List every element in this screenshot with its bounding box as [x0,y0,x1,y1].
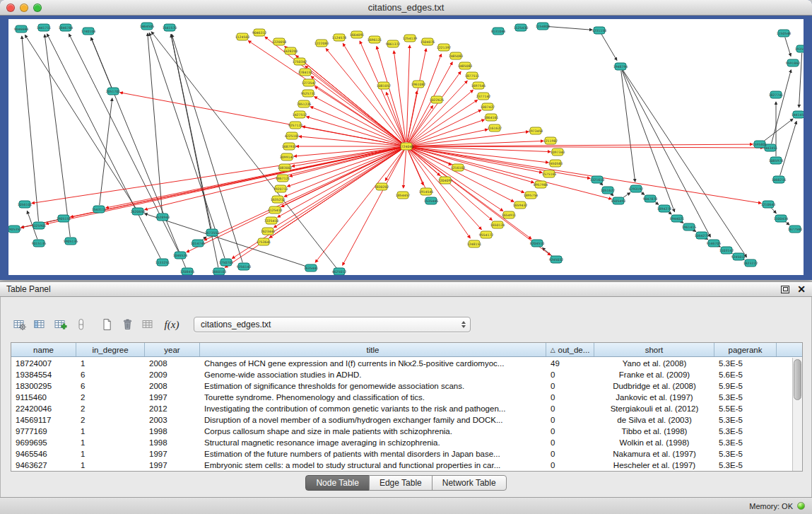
table-row[interactable]: 1830029562008Estimation of significance … [11,380,792,392]
table-row[interactable]: 1456911722003Disruption of a novel membe… [11,414,792,426]
float-panel-icon[interactable] [781,286,789,293]
network-node[interactable]: 1124578 [332,34,347,41]
column-header-short[interactable]: short [594,343,714,356]
window-titlebar[interactable]: citations_edges.txt [0,0,812,16]
network-node[interactable]: 2784151 [298,69,313,76]
table-row[interactable]: 969969511998Structural magnetic resonanc… [11,437,792,448]
network-node[interactable]: 9046684 [14,25,29,33]
network-node[interactable]: 1750701 [219,259,234,266]
network-node[interactable]: 9046312 [252,29,267,36]
network-node[interactable]: 9245032 [549,256,564,263]
network-node[interactable]: 1064275 [695,232,710,239]
network-node[interactable]: 1687933 [282,143,297,150]
table-row[interactable]: 911546021997Tourette syndrome. Phenomeno… [11,392,792,403]
network-node[interactable]: 7635441 [304,264,319,271]
network-node[interactable]: 7905151 [57,215,71,222]
network-node[interactable]: 3867121 [276,175,290,182]
network-node[interactable]: 1125410 [268,206,283,214]
network-canvas[interactable]: 1724040112450390463121220058142820017503… [8,19,804,275]
function-builder-button[interactable]: f(x) [160,315,184,334]
table-settings-icon[interactable] [11,315,28,334]
network-node[interactable]: 1740104 [81,28,96,35]
network-node[interactable]: 1014745 [191,240,206,247]
network-node[interactable]: 1125430 [514,24,529,31]
network-node[interactable]: 1877511 [465,72,480,79]
network-node[interactable]: 1103142 [719,247,734,254]
network-node[interactable]: 1085978 [769,157,784,164]
network-node[interactable]: 4625012 [332,268,347,275]
network-node[interactable]: 9257122 [288,122,303,129]
network-node[interactable]: 1750342 [293,58,307,65]
network-node[interactable]: 2620650 [131,208,146,215]
network-node[interactable]: 8204510 [530,240,545,247]
network-node[interactable]: 1948794 [613,63,628,70]
network-node[interactable]: 1973458 [529,127,543,134]
network-node[interactable]: 1961415 [682,223,697,230]
network-node[interactable]: 2377142 [476,93,491,100]
network-node[interactable]: 1920713 [273,185,288,192]
network-node[interactable]: 1696121 [367,36,382,43]
network-node[interactable]: 1210643 [761,201,776,208]
tab-edge-table[interactable]: Edge Table [369,475,433,491]
network-node[interactable]: 1504076 [420,38,435,45]
tab-network-table[interactable]: Network Table [432,475,507,491]
table-row[interactable]: 977716911998Corpus callosum shape and si… [11,426,792,437]
network-node[interactable]: 1441711 [37,24,52,31]
network-node[interactable]: 1216102 [451,164,466,171]
column-header-out-de[interactable]: △out_de... [546,343,594,356]
network-node[interactable]: 1208455 [180,268,195,275]
network-node[interactable]: 1248151 [467,240,482,247]
network-node[interactable]: 1081057 [377,82,392,89]
close-panel-icon[interactable]: ✕ [797,284,806,294]
network-node[interactable]: 3099147 [280,153,295,160]
network-node[interactable]: 1221397 [437,44,452,51]
network-node[interactable]: 7851226 [297,100,312,107]
network-node[interactable]: 1464505 [140,23,155,30]
column-header-name[interactable]: name [11,343,76,356]
network-node[interactable]: 9146705 [707,240,722,247]
network-node[interactable]: 7225410 [264,217,279,224]
network-node[interactable]: 1541570 [163,24,177,31]
network-node[interactable]: 1231158 [592,27,607,34]
network-node[interactable]: 4225101 [285,132,300,139]
network-node[interactable]: 1914545 [419,188,434,195]
network-node[interactable]: 7623441 [261,228,276,235]
network-node[interactable]: 1894278 [657,205,672,212]
network-node[interactable]: 1097343 [551,148,565,156]
network-node[interactable]: 1961082 [411,81,426,88]
column-header-in-degree[interactable]: in_degree [76,343,145,356]
table-vertical-scrollbar[interactable] [792,358,802,471]
table-row[interactable]: 1938455462009Genome-wide association stu… [11,369,792,380]
window-minimize-button[interactable] [20,4,28,12]
network-node[interactable]: 7673553 [205,229,220,236]
network-node[interactable]: 1022625 [430,96,445,103]
network-node[interactable]: 1654911 [502,211,517,218]
network-node[interactable]: 9256143 [237,263,252,270]
network-node[interactable]: 1056101 [18,201,33,208]
network-node[interactable]: 6793197 [629,185,644,192]
network-node[interactable]: 9861372 [386,40,401,47]
table-selector-dropdown[interactable]: citations_edges.txt [194,317,471,332]
network-node[interactable]: 1325901 [32,222,47,229]
network-node[interactable]: 1535445 [424,197,439,204]
network-node[interactable]: 1895754 [524,192,539,199]
new-table-icon[interactable] [98,315,116,334]
network-node[interactable]: 7450583 [548,160,563,167]
network-node[interactable]: 7204097 [438,177,453,184]
network-node[interactable]: 1222083 [314,40,329,47]
network-node[interactable]: 1660103 [212,268,227,275]
network-node[interactable]: 1124503 [235,33,250,40]
network-node[interactable]: 9554172 [479,231,494,238]
network-node[interactable]: 1273547 [302,79,317,86]
network-node[interactable]: 1161627 [488,124,502,132]
network-node[interactable]: 9525731 [301,90,316,97]
network-node-hub[interactable]: 1724040 [399,143,414,150]
network-node[interactable]: 1046524 [173,252,188,259]
network-node[interactable]: 1051627 [601,187,616,194]
row-tools-icon[interactable] [72,315,90,334]
network-node[interactable]: 1068216 [772,176,787,183]
column-header-title[interactable]: title [200,343,546,356]
network-node[interactable]: 1211987 [543,137,558,144]
network-node[interactable]: 1635210 [271,196,286,203]
tab-node-table[interactable]: Node Table [305,475,370,491]
